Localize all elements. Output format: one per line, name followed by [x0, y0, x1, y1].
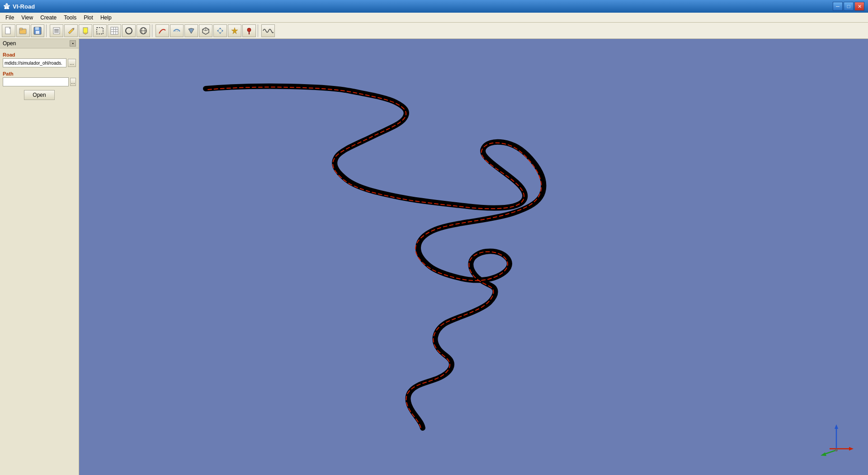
open-button[interactable] [16, 24, 30, 37]
axis-origin [835, 449, 838, 451]
svg-rect-2 [19, 28, 23, 30]
table-icon [110, 27, 118, 35]
circle-button[interactable] [122, 24, 136, 37]
fan-icon [187, 27, 195, 35]
tool-3d[interactable] [199, 24, 212, 37]
new-button[interactable] [2, 24, 15, 37]
main-area: Open ▪ Road … Path … Open [0, 39, 868, 475]
y-axis-arrow [821, 452, 826, 456]
tool-waveform[interactable] [261, 24, 275, 37]
axis-svg [818, 421, 854, 457]
axis-indicator [818, 421, 854, 457]
path-label: Path [3, 71, 76, 76]
pin-icon [245, 27, 253, 35]
open-button[interactable]: Open [24, 90, 54, 100]
menu-file[interactable]: File [2, 14, 18, 22]
close-button[interactable]: ✕ [854, 2, 864, 11]
panel-close-button[interactable]: ▪ [70, 40, 76, 47]
svg-point-26 [247, 28, 251, 32]
tool-arrows[interactable] [213, 24, 227, 37]
svg-point-17 [126, 28, 132, 34]
app-title: VI-Road [13, 3, 35, 10]
path-input[interactable] [3, 77, 69, 86]
svg-line-25 [203, 29, 206, 31]
tool-curve2[interactable] [170, 24, 184, 37]
globe-button[interactable] [137, 24, 150, 37]
waveform-icon [263, 27, 274, 35]
new-icon [5, 27, 13, 35]
rect-select-icon [96, 27, 104, 35]
road-browse-button[interactable]: … [68, 59, 76, 67]
rect-select-button[interactable] [93, 24, 107, 37]
tool-curve1[interactable] [156, 24, 169, 37]
tool-star[interactable] [228, 24, 241, 37]
highlight-icon [81, 27, 90, 35]
left-panel: Open ▪ Road … Path … Open [0, 39, 79, 475]
toolbar [0, 23, 868, 39]
titlebar-controls: ─ □ ✕ [833, 2, 864, 11]
z-axis-arrow [835, 424, 838, 429]
separator-2 [152, 24, 154, 37]
svg-line-24 [206, 29, 209, 31]
separator-1 [46, 24, 48, 37]
path-browse-button[interactable]: … [70, 78, 76, 86]
star-icon [231, 27, 239, 35]
maximize-button[interactable]: □ [844, 2, 854, 11]
pencil-button[interactable] [64, 24, 78, 37]
3d-icon [202, 27, 210, 35]
circle-icon [125, 27, 133, 35]
svg-rect-12 [111, 27, 118, 34]
open-icon [19, 27, 27, 35]
globe-icon [139, 27, 147, 35]
path-field-row: … [3, 77, 76, 86]
minimize-button[interactable]: ─ [833, 2, 843, 11]
list-icon [52, 27, 61, 35]
menu-help[interactable]: Help [97, 14, 115, 22]
titlebar-left: 🛣 VI-Road [4, 3, 35, 10]
canvas-area[interactable] [79, 39, 868, 475]
app-icon: 🛣 [4, 3, 10, 10]
road-field-row: … [3, 58, 76, 67]
table-button[interactable] [108, 24, 121, 37]
save-icon [33, 27, 42, 35]
pencil-icon [67, 27, 75, 35]
tool-fan[interactable] [184, 24, 198, 37]
road-input[interactable] [3, 58, 66, 67]
menu-plot[interactable]: Plot [80, 14, 97, 22]
svg-rect-10 [83, 28, 88, 33]
menubar: File View Create Tools Plot Help [0, 13, 868, 23]
x-axis-arrow [849, 447, 854, 451]
titlebar: 🛣 VI-Road ─ □ ✕ [0, 0, 868, 13]
curve2-icon [173, 27, 181, 35]
list-button[interactable] [50, 24, 63, 37]
curve1-icon [158, 27, 166, 35]
svg-rect-4 [35, 27, 39, 30]
menu-tools[interactable]: Tools [60, 14, 80, 22]
panel-title: Open [3, 40, 16, 47]
svg-rect-11 [97, 28, 103, 34]
menu-view[interactable]: View [18, 14, 37, 22]
svg-rect-5 [36, 31, 39, 34]
menu-create[interactable]: Create [37, 14, 60, 22]
highlight-button[interactable] [79, 24, 92, 37]
road-outer [206, 86, 544, 428]
road-label: Road [3, 52, 76, 57]
tool-pin[interactable] [242, 24, 256, 37]
separator-3 [258, 24, 259, 37]
road-canvas [79, 39, 868, 475]
panel-content: Road … Path … Open [0, 48, 79, 105]
save-button[interactable] [31, 24, 44, 37]
arrows-icon [216, 27, 224, 35]
panel-header: Open ▪ [0, 39, 79, 48]
